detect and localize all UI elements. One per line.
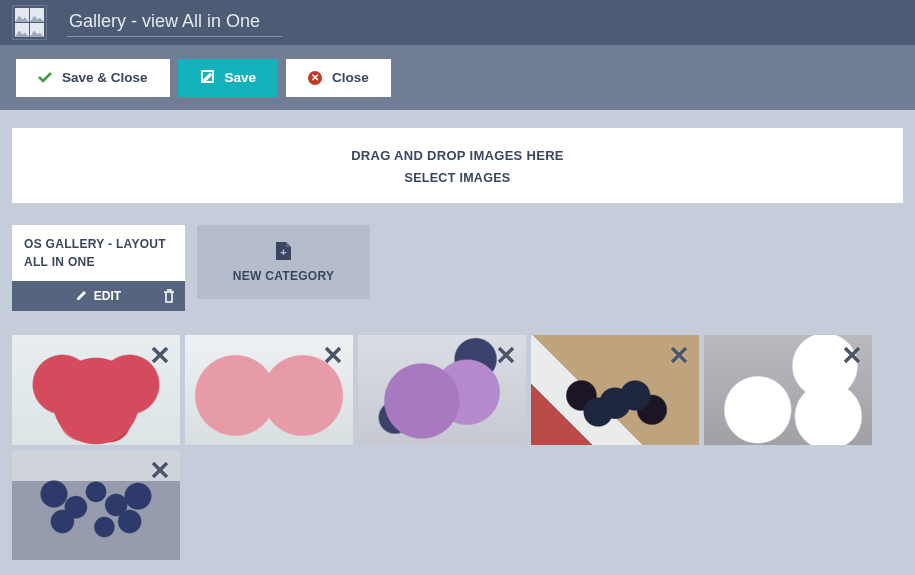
page-title[interactable]: Gallery - view All in One — [67, 9, 282, 37]
new-category-label: NEW CATEGORY — [233, 269, 335, 283]
save-close-label: Save & Close — [62, 70, 148, 85]
header: Gallery - view All in One — [0, 0, 915, 45]
trash-icon[interactable] — [163, 289, 175, 303]
content-area: DRAG AND DROP IMAGES HERE SELECT IMAGES … — [0, 110, 915, 575]
save-close-button[interactable]: Save & Close — [16, 59, 170, 97]
image-thumbnail[interactable] — [12, 450, 180, 560]
category-row: OS GALLERY - LAYOUT ALL IN ONE EDIT + NE… — [12, 225, 903, 311]
document-plus-icon: + — [275, 241, 292, 261]
delete-image-icon[interactable] — [838, 341, 866, 369]
action-toolbar: Save & Close Save ✕ Close — [0, 45, 915, 110]
pencil-icon — [76, 289, 88, 304]
close-circle-icon: ✕ — [308, 71, 322, 85]
delete-image-icon[interactable] — [146, 341, 174, 369]
svg-text:+: + — [280, 246, 286, 258]
image-thumbnail[interactable] — [12, 335, 180, 445]
category-card[interactable]: OS GALLERY - LAYOUT ALL IN ONE EDIT — [12, 225, 185, 311]
app-logo-icon — [12, 5, 47, 40]
new-category-button[interactable]: + NEW CATEGORY — [197, 225, 370, 299]
dropzone-select-text[interactable]: SELECT IMAGES — [22, 171, 893, 185]
close-label: Close — [332, 70, 369, 85]
category-title: OS GALLERY - LAYOUT ALL IN ONE — [12, 225, 185, 281]
edit-pencil-icon — [200, 69, 215, 87]
save-button[interactable]: Save — [178, 59, 279, 97]
image-thumbnail[interactable] — [185, 335, 353, 445]
save-label: Save — [225, 70, 257, 85]
dropzone-drag-text: DRAG AND DROP IMAGES HERE — [22, 148, 893, 163]
delete-image-icon[interactable] — [146, 456, 174, 484]
category-edit-bar[interactable]: EDIT — [12, 281, 185, 311]
category-edit-label: EDIT — [94, 289, 121, 303]
check-icon — [38, 72, 52, 83]
image-dropzone[interactable]: DRAG AND DROP IMAGES HERE SELECT IMAGES — [12, 128, 903, 203]
image-thumbnail[interactable] — [704, 335, 872, 445]
image-grid — [12, 335, 903, 560]
delete-image-icon[interactable] — [319, 341, 347, 369]
close-button[interactable]: ✕ Close — [286, 59, 391, 97]
delete-image-icon[interactable] — [665, 341, 693, 369]
image-thumbnail[interactable] — [531, 335, 699, 445]
image-thumbnail[interactable] — [358, 335, 526, 445]
delete-image-icon[interactable] — [492, 341, 520, 369]
